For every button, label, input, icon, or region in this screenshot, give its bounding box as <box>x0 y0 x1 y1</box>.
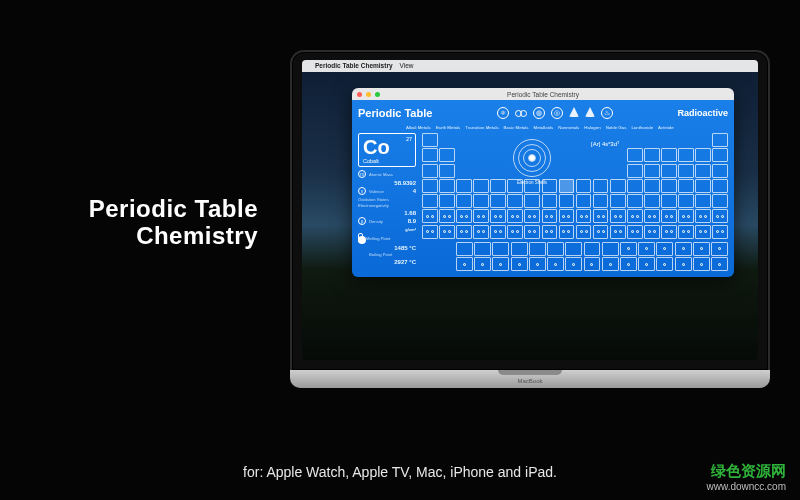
element-cell[interactable] <box>456 225 472 239</box>
element-cell[interactable] <box>644 179 660 193</box>
element-cell[interactable] <box>712 179 728 193</box>
element-cell[interactable] <box>610 179 626 193</box>
element-cell[interactable] <box>693 257 710 271</box>
element-cell[interactable] <box>695 164 711 178</box>
element-cell[interactable] <box>439 225 455 239</box>
element-cell[interactable] <box>593 179 609 193</box>
element-cell[interactable] <box>473 225 489 239</box>
element-cell[interactable] <box>695 194 711 208</box>
element-cell[interactable] <box>661 209 677 223</box>
element-cell[interactable] <box>511 257 528 271</box>
macos-menubar[interactable]: Periodic Table Chemistry View <box>302 60 758 72</box>
menubar-view[interactable]: View <box>400 60 414 72</box>
element-cell[interactable] <box>661 194 677 208</box>
category-alkali-metals[interactable]: Alkali Metals <box>406 125 431 130</box>
element-cell[interactable] <box>576 179 592 193</box>
element-cell[interactable] <box>565 242 582 256</box>
element-cell[interactable] <box>678 148 694 162</box>
element-cell[interactable] <box>456 257 473 271</box>
element-cell[interactable] <box>422 164 438 178</box>
flask-icon[interactable] <box>569 107 579 117</box>
element-cell[interactable] <box>490 209 506 223</box>
category-nonmetals[interactable]: Nonmetals <box>558 125 579 130</box>
element-cell[interactable] <box>620 242 637 256</box>
element-cell[interactable] <box>678 209 694 223</box>
globe-icon[interactable]: ◍ <box>533 107 545 119</box>
element-cell[interactable] <box>456 242 473 256</box>
element-cell[interactable] <box>661 164 677 178</box>
atom-icon[interactable]: ⚛ <box>497 107 509 119</box>
element-cell[interactable] <box>439 164 455 178</box>
element-cell[interactable] <box>627 225 643 239</box>
bond-icon[interactable] <box>515 107 527 119</box>
element-cell[interactable] <box>661 225 677 239</box>
element-cell[interactable] <box>656 242 673 256</box>
category-metalloids[interactable]: Metalloids <box>533 125 553 130</box>
element-cell[interactable] <box>456 179 472 193</box>
element-cell[interactable] <box>678 164 694 178</box>
element-cell[interactable] <box>439 209 455 223</box>
category-earth-metals[interactable]: Earth Metals <box>436 125 461 130</box>
element-cell[interactable] <box>474 257 491 271</box>
menubar-app-name[interactable]: Periodic Table Chemistry <box>315 60 393 72</box>
element-cell[interactable] <box>529 257 546 271</box>
element-cell[interactable] <box>547 242 564 256</box>
element-cell[interactable] <box>474 242 491 256</box>
element-cell[interactable] <box>712 209 728 223</box>
element-cell[interactable] <box>661 148 677 162</box>
element-cell[interactable] <box>511 242 528 256</box>
element-cell[interactable] <box>656 257 673 271</box>
element-cell[interactable] <box>602 242 619 256</box>
element-cell[interactable] <box>524 209 540 223</box>
element-cell[interactable] <box>627 194 643 208</box>
selected-element-cell[interactable]: 27 Co Cobalt <box>358 133 416 167</box>
element-cell[interactable] <box>559 179 575 193</box>
element-cell[interactable] <box>584 257 601 271</box>
element-cell[interactable] <box>627 164 643 178</box>
element-cell[interactable] <box>644 209 660 223</box>
element-cell[interactable] <box>492 242 509 256</box>
element-cell[interactable] <box>490 179 506 193</box>
element-cell[interactable] <box>678 179 694 193</box>
element-cell[interactable] <box>559 194 575 208</box>
element-cell[interactable] <box>610 225 626 239</box>
element-cell[interactable] <box>695 209 711 223</box>
element-cell[interactable] <box>439 148 455 162</box>
element-cell[interactable] <box>638 242 655 256</box>
element-cell[interactable] <box>473 194 489 208</box>
element-cell[interactable] <box>644 225 660 239</box>
element-cell[interactable] <box>507 194 523 208</box>
element-cell[interactable] <box>542 225 558 239</box>
element-cell[interactable] <box>456 194 472 208</box>
element-cell[interactable] <box>576 194 592 208</box>
element-cell[interactable] <box>644 148 660 162</box>
element-cell[interactable] <box>675 257 692 271</box>
element-cell[interactable] <box>422 194 438 208</box>
element-cell[interactable] <box>620 257 637 271</box>
category-halogen[interactable]: Halogen <box>584 125 600 130</box>
element-cell[interactable] <box>559 209 575 223</box>
element-cell[interactable] <box>593 194 609 208</box>
element-cell[interactable] <box>565 257 582 271</box>
element-cell[interactable] <box>422 133 438 147</box>
element-cell[interactable] <box>695 225 711 239</box>
element-cell[interactable] <box>473 209 489 223</box>
element-cell[interactable] <box>490 194 506 208</box>
element-cell[interactable] <box>439 179 455 193</box>
element-cell[interactable] <box>695 179 711 193</box>
element-cell[interactable] <box>693 242 710 256</box>
category-lanthanide[interactable]: Lanthanide <box>631 125 653 130</box>
element-cell[interactable] <box>712 148 728 162</box>
element-cell[interactable] <box>610 194 626 208</box>
element-cell[interactable] <box>576 209 592 223</box>
element-cell[interactable] <box>610 209 626 223</box>
element-cell[interactable] <box>593 209 609 223</box>
flask-icon-2[interactable] <box>585 107 595 117</box>
element-cell[interactable] <box>542 194 558 208</box>
category-noble-gas[interactable]: Noble Gas <box>606 125 627 130</box>
element-cell[interactable] <box>422 179 438 193</box>
element-cell[interactable] <box>456 209 472 223</box>
element-cell[interactable] <box>529 242 546 256</box>
element-cell[interactable] <box>711 242 728 256</box>
element-cell[interactable] <box>712 194 728 208</box>
